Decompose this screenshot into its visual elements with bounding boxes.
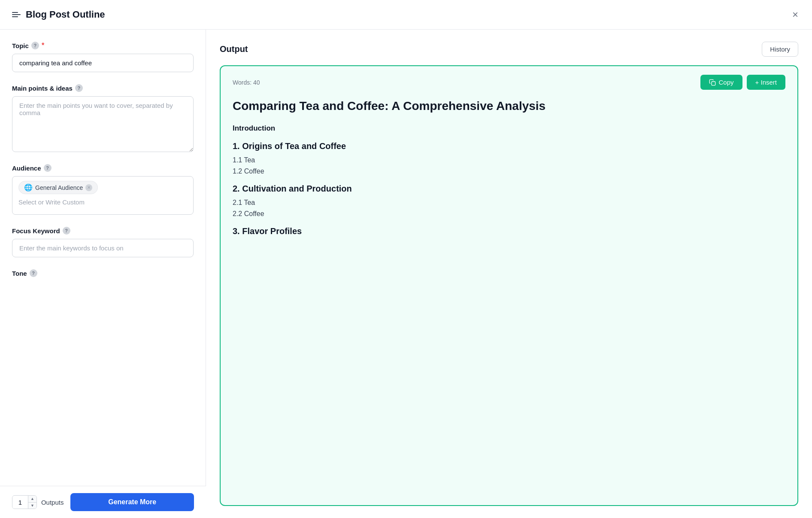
globe-icon: 🌐 [24, 183, 33, 192]
section3-heading: 3. Flavor Profiles [233, 226, 785, 236]
section1-sub1: 1.1 Tea [233, 156, 785, 164]
section2-sub2: 2.2 Coffee [233, 210, 785, 218]
output-content: Comparing Tea and Coffee: A Comprehensiv… [233, 98, 785, 236]
outputs-number-wrapper: 1 ▲ ▼ [12, 495, 37, 509]
output-card: Words: 40 Copy + Insert [220, 65, 798, 506]
outputs-control: 1 ▲ ▼ Outputs [12, 495, 64, 509]
focus-keyword-label: Focus Keyword ? [12, 227, 194, 235]
audience-placeholder: Select or Write Custom [18, 198, 187, 207]
app-title: Blog Post Outline [26, 9, 105, 20]
topic-label: Topic ? * [12, 42, 194, 49]
close-button[interactable]: × [791, 8, 800, 21]
outputs-label: Outputs [41, 499, 64, 506]
card-top: Words: 40 Copy + Insert [233, 75, 785, 90]
svg-rect-0 [712, 82, 715, 85]
output-title: Output [220, 44, 248, 54]
audience-help-icon[interactable]: ? [44, 164, 52, 172]
tone-help-icon[interactable]: ? [30, 269, 37, 277]
generate-more-button[interactable]: Generate More [70, 493, 194, 511]
section1-sub2: 1.2 Coffee [233, 168, 785, 175]
stepper-buttons: ▲ ▼ [28, 496, 36, 509]
main-content: Topic ? * Main points & ideas ? Audience… [0, 30, 812, 518]
bottom-bar: 1 ▲ ▼ Outputs Generate More [0, 486, 206, 518]
focus-keyword-input[interactable] [12, 239, 194, 257]
focus-keyword-help-icon[interactable]: ? [63, 227, 70, 235]
section2-heading: 2. Cultivation and Production [233, 184, 785, 194]
section1-heading: 1. Origins of Tea and Coffee [233, 141, 785, 151]
focus-keyword-field-group: Focus Keyword ? [12, 227, 194, 257]
audience-label: Audience ? [12, 164, 194, 172]
stepper-up-button[interactable]: ▲ [28, 496, 36, 503]
topic-input[interactable] [12, 54, 194, 72]
app-window: Blog Post Outline × Topic ? * Main point… [0, 0, 812, 518]
topic-field-group: Topic ? * [12, 42, 194, 72]
intro-heading: Introduction [233, 124, 785, 133]
topic-help-icon[interactable]: ? [31, 42, 39, 49]
main-points-label: Main points & ideas ? [12, 84, 194, 92]
topic-required-star: * [42, 42, 44, 49]
output-header: Output History [220, 42, 798, 57]
menu-icon[interactable] [12, 12, 21, 17]
stepper-down-button[interactable]: ▼ [28, 503, 36, 509]
output-title-heading: Comparing Tea and Coffee: A Comprehensiv… [233, 98, 785, 114]
card-actions: Copy + Insert [700, 75, 785, 90]
audience-tag: 🌐 General Audience ✕ [18, 181, 98, 194]
right-panel: Output History Words: 40 Copy [206, 30, 812, 518]
section2-sub1: 2.1 Tea [233, 199, 785, 207]
copy-button[interactable]: Copy [700, 75, 742, 90]
outputs-number-input[interactable]: 1 [12, 496, 28, 509]
history-button[interactable]: History [762, 42, 798, 57]
audience-tag-close[interactable]: ✕ [85, 184, 92, 191]
copy-icon [709, 79, 716, 86]
main-points-field-group: Main points & ideas ? [12, 84, 194, 152]
main-points-textarea[interactable] [12, 96, 194, 152]
tone-field-group: Tone ? [12, 269, 194, 277]
main-points-help-icon[interactable]: ? [75, 84, 83, 92]
audience-input-box[interactable]: 🌐 General Audience ✕ Select or Write Cus… [12, 176, 194, 215]
header-left: Blog Post Outline [12, 9, 105, 20]
words-count: Words: 40 [233, 79, 260, 86]
audience-field-group: Audience ? 🌐 General Audience ✕ Select o… [12, 164, 194, 215]
insert-button[interactable]: + Insert [747, 75, 785, 90]
header: Blog Post Outline × [0, 0, 812, 30]
left-panel: Topic ? * Main points & ideas ? Audience… [0, 30, 206, 518]
tone-label: Tone ? [12, 269, 194, 277]
